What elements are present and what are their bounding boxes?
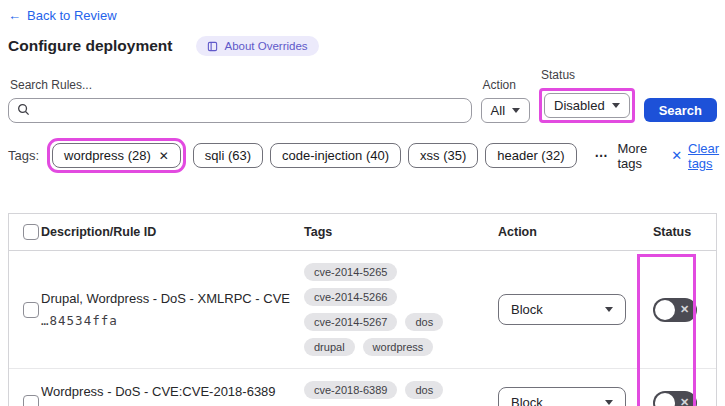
clear-tags-link[interactable]: ✕ Clear tags xyxy=(671,141,719,171)
toggle-off-icon: ✕ xyxy=(680,397,689,406)
rule-tag-pill: cve-2018-6389 xyxy=(304,381,397,399)
tag-chip[interactable]: xss (35) xyxy=(408,143,478,168)
tag-chip[interactable]: header (32) xyxy=(485,143,576,168)
status-filter-label: Status xyxy=(541,68,635,82)
toggle-off-icon: ✕ xyxy=(680,304,689,315)
title-row: Configure deployment About Overrides xyxy=(8,36,717,56)
back-arrow-icon: ← xyxy=(8,8,21,23)
rule-tags: cve-2018-6389doswordpress xyxy=(304,369,498,406)
rule-tag-pill: cve-2014-5267 xyxy=(304,313,397,331)
rule-description: Drupal, Wordpress - DoS - XMLRPC - CVE:C… xyxy=(41,291,290,306)
clear-tags-label: Clear tags xyxy=(688,141,719,171)
action-select[interactable]: Block xyxy=(498,387,626,406)
header-description: Description/Rule ID xyxy=(41,225,304,239)
toggle-knob xyxy=(655,300,675,320)
selected-tag-highlight: wordpress (28) ✕ xyxy=(47,138,186,173)
header-tags: Tags xyxy=(304,225,498,239)
rule-tags: cve-2014-5265cve-2014-5266cve-2014-5267d… xyxy=(304,251,498,368)
status-filter-value: Disabled xyxy=(554,98,605,113)
rule-tag-pill: cve-2014-5265 xyxy=(304,263,397,281)
tag-chip-label: wordpress (28) xyxy=(64,148,151,163)
action-filter-label: Action xyxy=(483,78,530,92)
book-icon xyxy=(207,41,218,52)
status-filter-highlight: Disabled xyxy=(539,88,635,123)
action-filter-select[interactable]: All xyxy=(481,98,530,123)
ellipsis-icon: ⋯ xyxy=(595,148,609,163)
rule-id: …84534ffa xyxy=(41,313,290,328)
rule-tag-pill: wordpress xyxy=(363,338,434,356)
tag-chips: sqli (63)code-injection (40)xss (35)head… xyxy=(193,143,577,168)
table-row: Drupal, Wordpress - DoS - XMLRPC - CVE:C… xyxy=(9,251,716,369)
rule-tag-pill: cve-2014-5266 xyxy=(304,288,397,306)
chevron-down-icon xyxy=(612,103,620,108)
rule-tag-pill: drupal xyxy=(304,338,355,356)
page-title: Configure deployment xyxy=(8,37,172,55)
search-rules-box xyxy=(8,98,472,123)
rules-table: Description/Rule ID Tags Action Status D… xyxy=(8,213,717,406)
about-overrides-label: About Overrides xyxy=(224,40,307,52)
chevron-down-icon xyxy=(605,307,613,312)
tag-chip[interactable]: code-injection (40) xyxy=(270,143,401,168)
more-tags-label: More tags xyxy=(618,141,648,171)
tag-chip-wordpress[interactable]: wordpress (28) ✕ xyxy=(52,143,181,168)
status-filter-select[interactable]: Disabled xyxy=(544,93,630,118)
search-rules-label: Search Rules... xyxy=(10,78,472,92)
configure-deployment-page: ← Back to Review Configure deployment Ab… xyxy=(0,0,725,406)
chevron-down-icon xyxy=(605,400,613,405)
table-header-row: Description/Rule ID Tags Action Status xyxy=(9,214,716,251)
action-filter-value: All xyxy=(491,103,505,118)
tag-chip[interactable]: sqli (63) xyxy=(193,143,263,168)
search-rules-input[interactable] xyxy=(37,103,463,118)
clear-icon: ✕ xyxy=(671,148,682,163)
back-link-label: Back to Review xyxy=(27,8,117,23)
header-status: Status xyxy=(638,225,716,239)
header-action: Action xyxy=(498,225,638,239)
search-button[interactable]: Search xyxy=(644,98,717,122)
select-all-checkbox[interactable] xyxy=(23,224,39,240)
back-to-review-link[interactable]: ← Back to Review xyxy=(8,8,117,23)
toggle-knob xyxy=(655,393,675,406)
rule-tag-pill: dos xyxy=(405,381,443,399)
search-icon xyxy=(17,103,30,119)
tags-label: Tags: xyxy=(8,148,39,163)
filter-row: Search Rules... Action All Status xyxy=(8,68,717,123)
row-checkbox[interactable] xyxy=(23,302,39,318)
rule-description: Wordpress - DoS - CVE:CVE-2018-6389 xyxy=(41,384,290,399)
chevron-down-icon xyxy=(512,108,520,113)
rule-tag-pill: dos xyxy=(405,313,443,331)
table-row: Wordpress - DoS - CVE:CVE-2018-6389 …f82… xyxy=(9,369,716,406)
action-select[interactable]: Block xyxy=(498,294,626,325)
about-overrides-badge[interactable]: About Overrides xyxy=(196,36,318,56)
status-toggle[interactable]: ✕ xyxy=(653,298,697,322)
tags-bar: Tags: wordpress (28) ✕ sqli (63)code-inj… xyxy=(8,138,717,173)
more-tags-button[interactable]: ⋯ More tags xyxy=(595,141,648,171)
row-checkbox[interactable] xyxy=(23,395,39,406)
remove-tag-icon[interactable]: ✕ xyxy=(159,149,169,163)
status-toggle[interactable]: ✕ xyxy=(653,391,697,406)
action-value: Block xyxy=(511,395,543,406)
action-value: Block xyxy=(511,302,543,317)
